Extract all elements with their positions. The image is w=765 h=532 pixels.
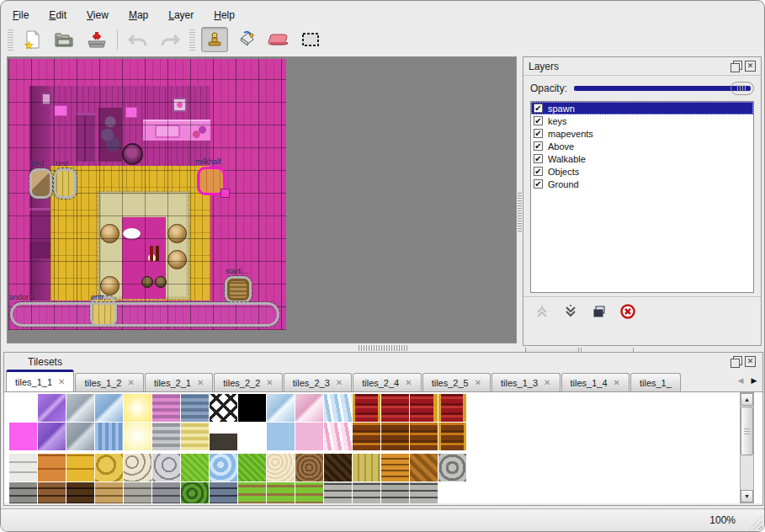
menu-help[interactable]: Help bbox=[205, 7, 243, 24]
tileset-scrollbar[interactable]: ▲ ▼ bbox=[740, 392, 754, 503]
tab-close-icon[interactable]: ✕ bbox=[266, 378, 273, 387]
save-file-button[interactable] bbox=[83, 27, 110, 52]
scroll-tabs-left-icon[interactable]: ◀ bbox=[734, 371, 747, 390]
tileset-tab-tiles_2_3[interactable]: tiles_2_3✕ bbox=[284, 373, 352, 391]
resize-grip[interactable] bbox=[749, 516, 762, 529]
layer-row-keys[interactable]: ✔keys bbox=[531, 114, 753, 127]
close-panel-icon[interactable]: ✕ bbox=[745, 61, 756, 72]
tile-stripes-yellow[interactable] bbox=[181, 423, 209, 450]
tile-stripes-blue[interactable] bbox=[181, 394, 209, 422]
tile-glass-gray-sm[interactable] bbox=[66, 423, 94, 450]
opacity-slider[interactable] bbox=[574, 81, 754, 96]
float-panel-icon[interactable] bbox=[730, 356, 741, 367]
tileset-tab-tiles_1_2[interactable]: tiles_1_2✕ bbox=[75, 373, 143, 391]
tab-close-icon[interactable]: ✕ bbox=[58, 377, 65, 386]
tile-glass-purple[interactable] bbox=[38, 394, 66, 422]
layer-row-spawn[interactable]: ✔spawn bbox=[531, 102, 753, 114]
undo-button[interactable] bbox=[125, 27, 151, 52]
menu-map[interactable]: Map bbox=[120, 7, 157, 24]
tile-carpet-red-1[interactable] bbox=[353, 394, 380, 422]
opacity-slider-track[interactable] bbox=[574, 86, 751, 91]
lower-layer-button[interactable] bbox=[560, 302, 581, 321]
delete-layer-button[interactable] bbox=[618, 302, 638, 321]
tile-dirt[interactable] bbox=[295, 454, 323, 481]
stamp-brush-button[interactable] bbox=[201, 27, 228, 52]
tile-grass[interactable] bbox=[181, 454, 209, 481]
raise-layer-button[interactable] bbox=[532, 302, 552, 321]
layer-visible-checkbox[interactable]: ✔ bbox=[534, 104, 543, 113]
tile-tiles-gold[interactable] bbox=[66, 454, 94, 481]
tile-pale-yellow[interactable] bbox=[124, 423, 151, 450]
tile-herringbone[interactable] bbox=[410, 454, 438, 481]
close-panel-icon[interactable]: ✕ bbox=[745, 356, 756, 367]
layer-visible-checkbox[interactable]: ✔ bbox=[534, 179, 543, 189]
rectangular-select-button[interactable] bbox=[297, 27, 324, 52]
new-file-button[interactable]: ★ bbox=[19, 27, 46, 52]
tile-tiles-orange[interactable] bbox=[38, 454, 66, 481]
map-object-bed[interactable] bbox=[29, 168, 52, 199]
tileset-tab-tiles_2_1[interactable]: tiles_2_1✕ bbox=[145, 373, 213, 391]
tileset-tab-tiles_2_4[interactable]: tiles_2_4✕ bbox=[353, 373, 421, 391]
tile-carpet-red-4[interactable] bbox=[438, 394, 466, 422]
tile-brick-gray-2[interactable] bbox=[353, 482, 380, 503]
tile-grass-path-1[interactable] bbox=[238, 482, 266, 503]
layer-row-Objects[interactable]: ✔Objects bbox=[531, 165, 753, 178]
tile-wall-brown[interactable] bbox=[38, 482, 66, 503]
tile-brick-gray-4[interactable] bbox=[410, 482, 438, 503]
tileset-tab-tiles_2_2[interactable]: tiles_2_2✕ bbox=[214, 373, 282, 391]
bucket-fill-button[interactable] bbox=[233, 27, 260, 52]
tile-black[interactable] bbox=[238, 394, 266, 422]
tile-carpet-brown-2[interactable] bbox=[381, 423, 409, 450]
menu-edit[interactable]: Edit bbox=[40, 7, 75, 24]
toolbar-grip[interactable] bbox=[8, 29, 13, 51]
tile-carpet-brown-4[interactable] bbox=[438, 423, 466, 450]
menu-layer[interactable]: Layer bbox=[160, 7, 202, 24]
map-object-random[interactable] bbox=[10, 302, 279, 327]
layer-row-Above[interactable]: ✔Above bbox=[531, 140, 753, 152]
tile-water[interactable] bbox=[210, 454, 237, 481]
menu-file[interactable]: File bbox=[4, 7, 37, 24]
tile-stripes-pink[interactable] bbox=[152, 394, 180, 422]
scroll-tabs-right-icon[interactable]: ▶ bbox=[747, 371, 761, 390]
tile-wall-blue[interactable] bbox=[210, 482, 237, 503]
selection-handle[interactable] bbox=[220, 189, 230, 198]
tab-close-icon[interactable]: ✕ bbox=[336, 378, 343, 387]
tile-carpet-brown-1[interactable] bbox=[353, 423, 380, 450]
tile-logs[interactable] bbox=[438, 454, 466, 481]
tileset-tab-tiles_1_[interactable]: tiles_1_ bbox=[630, 373, 681, 391]
tab-close-icon[interactable]: ✕ bbox=[475, 378, 481, 387]
tile-stripes-gray[interactable] bbox=[152, 423, 180, 450]
tile-blue-solid[interactable] bbox=[267, 423, 295, 450]
tile-stone-blocks[interactable] bbox=[9, 454, 37, 481]
tileset-tab-tiles_1_4[interactable]: tiles_1_4✕ bbox=[561, 373, 630, 391]
tile-lattice[interactable] bbox=[210, 394, 237, 422]
tile-stones-gray[interactable] bbox=[152, 454, 180, 481]
scroll-up-icon[interactable]: ▲ bbox=[741, 393, 753, 406]
tileset-tab-tiles_2_5[interactable]: tiles_2_5✕ bbox=[422, 373, 491, 391]
layer-row-Ground[interactable]: ✔Ground bbox=[531, 178, 753, 190]
menu-view[interactable]: View bbox=[78, 7, 117, 24]
tab-close-icon[interactable]: ✕ bbox=[544, 378, 550, 387]
tile-pebbles[interactable] bbox=[124, 454, 151, 481]
tab-close-icon[interactable]: ✕ bbox=[127, 378, 134, 387]
tile-wall-tan[interactable] bbox=[95, 482, 123, 503]
tile-wall-stone[interactable] bbox=[124, 482, 151, 503]
vertical-splitter[interactable] bbox=[517, 56, 523, 346]
tile-planks[interactable] bbox=[353, 454, 380, 481]
tile-glass-purple-sm[interactable] bbox=[38, 423, 66, 450]
tile-carpet-red-3[interactable] bbox=[410, 394, 438, 422]
layer-list[interactable]: ✔spawn✔keys✔mapevents✔Above✔Walkable✔Obj… bbox=[530, 101, 754, 293]
tile-weave[interactable] bbox=[381, 454, 409, 481]
layer-visible-checkbox[interactable]: ✔ bbox=[534, 141, 543, 151]
float-panel-icon[interactable] bbox=[730, 61, 741, 72]
layer-visible-checkbox[interactable]: ✔ bbox=[534, 154, 543, 163]
tile-glass-blue[interactable] bbox=[95, 394, 123, 422]
layer-row-mapevents[interactable]: ✔mapevents bbox=[531, 127, 753, 140]
tileset-tab-tiles_1_3[interactable]: tiles_1_3✕ bbox=[491, 373, 560, 391]
toolbar-grip-2[interactable] bbox=[189, 29, 195, 51]
tile-glass-pink[interactable] bbox=[295, 394, 323, 422]
tile-wall-dark[interactable] bbox=[66, 482, 94, 503]
open-file-button[interactable] bbox=[51, 27, 78, 52]
tile-brick-gray-3[interactable] bbox=[381, 482, 409, 503]
layer-visible-checkbox[interactable]: ✔ bbox=[534, 167, 543, 176]
